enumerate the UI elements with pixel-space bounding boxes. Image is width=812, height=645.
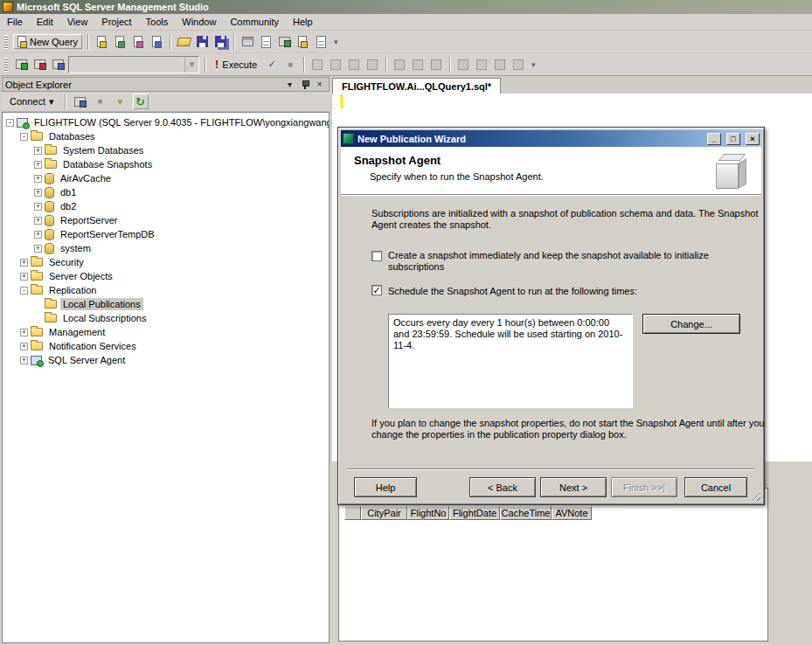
menu-file[interactable]: File: [0, 15, 30, 29]
tree-item-server-objects[interactable]: + Server Objects: [3, 269, 329, 283]
pin-icon[interactable]: [298, 79, 311, 90]
xmla-query-icon[interactable]: [149, 34, 164, 50]
expander-icon[interactable]: +: [34, 189, 42, 197]
dialog-titlebar[interactable]: New Publication Wizard _ □ ×: [341, 130, 761, 147]
schedule-snapshot-agent-checkbox[interactable]: ✓: [371, 285, 382, 295]
database-engine-query-icon[interactable]: [94, 34, 109, 50]
schedule-snapshot-agent-label[interactable]: Schedule the Snapshot Agent to run at th…: [388, 286, 755, 297]
expander-icon[interactable]: +: [20, 259, 28, 267]
menu-edit[interactable]: Edit: [30, 15, 60, 29]
toolbar-grip[interactable]: [4, 35, 8, 49]
expander-icon[interactable]: +: [20, 329, 28, 336]
expander-icon[interactable]: -: [6, 119, 14, 127]
expander-icon[interactable]: +: [34, 147, 42, 155]
cancel-button[interactable]: Cancel: [684, 477, 747, 497]
summary-icon[interactable]: [258, 34, 274, 50]
finish-button[interactable]: Finish >>|: [611, 477, 677, 497]
expander-icon[interactable]: -: [20, 133, 28, 141]
create-snapshot-immediately-label[interactable]: Create a snapshot immediately and keep t…: [388, 250, 766, 273]
expander-icon[interactable]: -: [20, 287, 28, 295]
expander-icon[interactable]: +: [34, 245, 42, 253]
tree-item-flightflow-server[interactable]: - FLIGHTFLOW (SQL Server 9.0.4035 - FLIG…: [3, 115, 329, 129]
save-all-icon[interactable]: [212, 34, 228, 50]
resize-grip[interactable]: [750, 490, 760, 501]
uncomment-lines-icon[interactable]: [474, 57, 489, 73]
help-button[interactable]: Help: [354, 477, 417, 497]
open-file-icon[interactable]: [176, 34, 191, 50]
expander-icon[interactable]: +: [20, 343, 28, 350]
expander-icon[interactable]: +: [34, 161, 42, 169]
expander-icon[interactable]: +: [34, 203, 42, 211]
grid-corner-cell[interactable]: [344, 506, 361, 520]
include-actual-plan-icon[interactable]: [364, 57, 380, 73]
tree-item-reportservertempdb[interactable]: + ReportServerTempDB: [3, 227, 329, 241]
tree-item-reportserver[interactable]: + ReportServer: [3, 213, 329, 227]
menu-project[interactable]: Project: [94, 15, 138, 29]
properties-window-icon[interactable]: [313, 34, 329, 50]
create-snapshot-immediately-checkbox[interactable]: [371, 251, 382, 261]
cancel-query-icon[interactable]: ■: [282, 57, 298, 73]
change-button[interactable]: Change...: [642, 314, 740, 334]
menu-community[interactable]: Community: [223, 15, 286, 29]
menu-help[interactable]: Help: [286, 15, 320, 29]
disconnect-icon[interactable]: [31, 57, 47, 73]
query-options-icon[interactable]: [346, 57, 362, 73]
results-to-grid-icon[interactable]: [410, 57, 426, 73]
tree-item-security[interactable]: + Security: [3, 255, 329, 269]
tree-item-db2[interactable]: + db2: [3, 199, 329, 213]
save-icon[interactable]: [194, 34, 210, 50]
grid-col-cachetime[interactable]: CacheTime: [500, 506, 552, 520]
grid-col-avnote[interactable]: AVNote: [552, 506, 592, 520]
grid-col-flightdate[interactable]: FlightDate: [449, 506, 500, 520]
expander-icon[interactable]: +: [34, 175, 42, 183]
grid-col-flightno[interactable]: FlightNo: [407, 506, 449, 520]
expander-icon[interactable]: +: [20, 357, 28, 364]
grid-col-citypair[interactable]: CityPair: [361, 506, 407, 520]
menu-view[interactable]: View: [60, 15, 95, 29]
comment-lines-icon[interactable]: [455, 57, 471, 73]
back-button[interactable]: < Back: [469, 477, 536, 497]
minimize-icon[interactable]: _: [707, 133, 721, 145]
display-estimated-plan-icon[interactable]: [309, 57, 325, 73]
expander-icon[interactable]: +: [34, 231, 42, 239]
analyze-query-icon[interactable]: [328, 57, 344, 73]
menu-tools[interactable]: Tools: [139, 15, 176, 29]
results-to-file-icon[interactable]: [428, 57, 444, 73]
database-combobox[interactable]: ▾: [68, 56, 199, 73]
window-position-icon[interactable]: ▾: [283, 79, 296, 90]
close-icon[interactable]: ×: [746, 133, 760, 145]
expander-icon[interactable]: +: [34, 217, 42, 225]
tree-item-notification-services[interactable]: + Notification Services: [3, 339, 329, 353]
next-button[interactable]: Next >: [540, 477, 607, 497]
dmx-query-icon[interactable]: [130, 34, 146, 50]
toolbar-overflow-icon[interactable]: ▾: [331, 38, 341, 46]
parse-query-icon[interactable]: ✓: [264, 57, 280, 73]
registered-servers-icon[interactable]: [239, 34, 255, 50]
tree-item-sql-server-agent[interactable]: + SQL Server Agent: [3, 353, 329, 367]
mdx-query-icon[interactable]: [112, 34, 128, 50]
increase-indent-icon[interactable]: [510, 57, 526, 73]
chevron-down-icon[interactable]: ▾: [184, 57, 198, 73]
tree-item-replication[interactable]: - Replication: [3, 283, 329, 297]
stop-icon[interactable]: ■: [93, 94, 108, 109]
connect-button[interactable]: Connect ▾: [6, 94, 58, 109]
refresh-icon[interactable]: ↻: [133, 94, 149, 109]
tree-item-system-databases[interactable]: + System Databases: [3, 143, 329, 157]
new-query-button[interactable]: New Query: [13, 34, 82, 49]
schedule-description-textbox[interactable]: Occurs every day every 1 hour(s) between…: [388, 314, 633, 408]
template-explorer-icon[interactable]: [295, 34, 310, 50]
window-titlebar[interactable]: Microsoft SQL Server Management Studio: [0, 0, 812, 14]
disconnect-icon[interactable]: [73, 94, 88, 109]
connect-icon[interactable]: [13, 57, 29, 73]
tree-item-system[interactable]: + system: [3, 241, 329, 255]
object-explorer-header[interactable]: Object Explorer ▾ ×: [2, 77, 330, 92]
expander-icon[interactable]: +: [20, 273, 28, 281]
tree-item-db1[interactable]: + db1: [3, 185, 329, 199]
toolbar-overflow-icon[interactable]: ▾: [529, 60, 538, 69]
close-icon[interactable]: ×: [313, 79, 326, 90]
tree-item-airavcache[interactable]: + AirAvCache: [3, 171, 329, 185]
execute-button[interactable]: ! Execute: [211, 56, 261, 73]
results-to-text-icon[interactable]: [392, 57, 407, 73]
toolbar-grip[interactable]: [4, 58, 8, 72]
decrease-indent-icon[interactable]: [492, 57, 508, 73]
